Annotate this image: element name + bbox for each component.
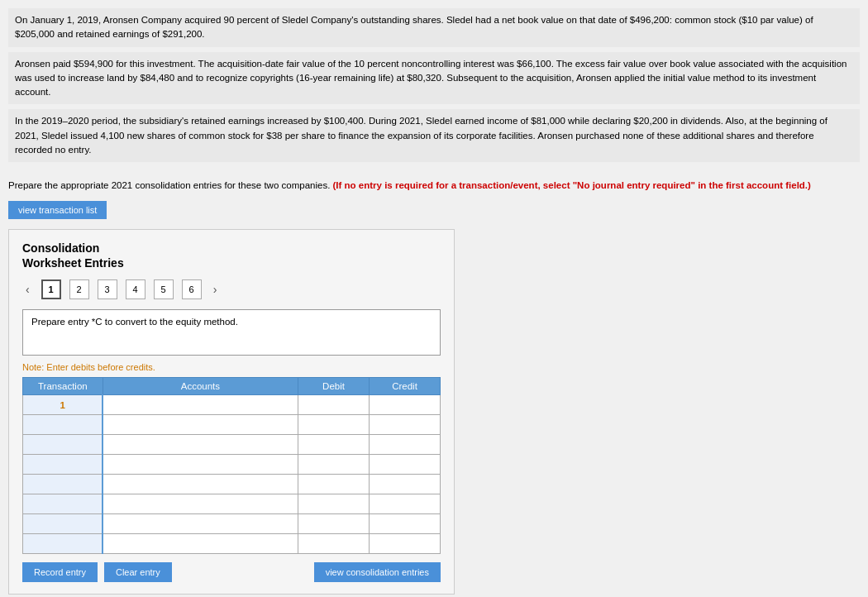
credit-cell-0[interactable] [370, 395, 441, 415]
worksheet-container: Consolidation Worksheet Entries ‹ 1 2 3 … [8, 229, 455, 595]
table-row: 1 [23, 395, 441, 415]
credit-input-6[interactable] [373, 518, 436, 530]
credit-cell-1[interactable] [370, 415, 441, 435]
credit-input-3[interactable] [373, 459, 436, 470]
account-input-3[interactable] [107, 459, 294, 470]
table-row [23, 455, 441, 475]
table-row [23, 475, 441, 494]
col-credit: Credit [370, 378, 441, 395]
paragraph-2-text: Aronsen paid $594,900 for this investmen… [15, 59, 847, 98]
debit-cell-6[interactable] [298, 514, 370, 534]
account-input-5[interactable] [107, 499, 294, 510]
instruction-text: Prepare entry *C to convert to the equit… [31, 317, 238, 327]
next-page-arrow[interactable]: › [210, 281, 221, 298]
debit-input-1[interactable] [302, 419, 365, 431]
credit-cell-5[interactable] [370, 494, 441, 514]
debit-cell-1[interactable] [298, 415, 370, 435]
account-cell-0[interactable] [103, 395, 298, 415]
account-cell-7[interactable] [103, 534, 298, 554]
account-cell-2[interactable] [103, 435, 298, 455]
debit-cell-5[interactable] [298, 494, 370, 514]
table-row [23, 415, 441, 435]
debit-input-4[interactable] [302, 479, 365, 490]
worksheet-title: Consolidation [22, 241, 441, 255]
account-cell-4[interactable] [103, 475, 298, 494]
debit-cell-0[interactable] [298, 395, 370, 415]
page-1-button[interactable]: 1 [41, 279, 61, 299]
table-row [23, 435, 441, 455]
debit-input-5[interactable] [302, 499, 365, 510]
debit-input-2[interactable] [302, 439, 365, 451]
view-consolidation-entries-button[interactable]: view consolidation entries [314, 562, 441, 582]
account-input-4[interactable] [107, 479, 294, 490]
transaction-cell-0: 1 [23, 395, 103, 415]
table-row [23, 514, 441, 534]
debit-input-3[interactable] [302, 459, 365, 470]
account-cell-5[interactable] [103, 494, 298, 514]
debit-input-0[interactable] [302, 399, 365, 411]
col-accounts: Accounts [103, 378, 298, 395]
paragraph-3: In the 2019–2020 period, the subsidiary'… [8, 109, 860, 162]
transaction-cell-1 [23, 415, 103, 435]
table-row [23, 494, 441, 514]
credit-cell-7[interactable] [370, 534, 441, 554]
debit-cell-3[interactable] [298, 455, 370, 475]
credit-input-5[interactable] [373, 499, 436, 510]
account-input-0[interactable] [107, 399, 294, 411]
account-cell-1[interactable] [103, 415, 298, 435]
debit-input-6[interactable] [302, 518, 365, 530]
clear-entry-button[interactable]: Clear entry [104, 562, 172, 582]
prepare-instruction: Prepare the appropriate 2021 consolidati… [8, 179, 860, 193]
prev-page-arrow[interactable]: ‹ [22, 281, 33, 298]
account-input-6[interactable] [107, 518, 294, 530]
credit-cell-3[interactable] [370, 455, 441, 475]
instruction-box: Prepare entry *C to convert to the equit… [22, 309, 441, 356]
transaction-cell-6 [23, 514, 103, 534]
page-5-button[interactable]: 5 [154, 279, 174, 299]
debit-cell-2[interactable] [298, 435, 370, 455]
bottom-buttons: Record entry Clear entry view consolidat… [22, 562, 441, 582]
debit-input-7[interactable] [302, 538, 365, 550]
prepare-text-part2: (If no entry is required for a transacti… [333, 180, 811, 190]
page-3-button[interactable]: 3 [98, 279, 117, 299]
page-6-button[interactable]: 6 [182, 279, 202, 299]
paragraph-2: Aronsen paid $594,900 for this investmen… [8, 52, 860, 105]
account-cell-3[interactable] [103, 455, 298, 475]
transaction-cell-4 [23, 475, 103, 494]
col-transaction: Transaction [23, 378, 103, 395]
credit-input-0[interactable] [373, 399, 436, 411]
credit-cell-2[interactable] [370, 435, 441, 455]
worksheet-subtitle: Worksheet Entries [22, 256, 441, 270]
paragraph-1: On January 1, 2019, Aronsen Company acqu… [8, 8, 860, 47]
page-4-button[interactable]: 4 [126, 279, 145, 299]
credit-input-2[interactable] [373, 439, 436, 451]
transaction-cell-3 [23, 455, 103, 475]
entry-table: Transaction Accounts Debit Credit 1 [22, 377, 441, 554]
credit-cell-6[interactable] [370, 514, 441, 534]
debit-cell-7[interactable] [298, 534, 370, 554]
transaction-cell-2 [23, 435, 103, 455]
view-transaction-list-button[interactable]: view transaction list [8, 201, 107, 219]
credit-input-4[interactable] [373, 479, 436, 490]
note-text: Note: Enter debits before credits. [22, 362, 441, 372]
col-debit: Debit [298, 378, 370, 395]
record-entry-button[interactable]: Record entry [22, 562, 98, 582]
paragraph-1-text: On January 1, 2019, Aronsen Company acqu… [15, 15, 813, 39]
account-cell-6[interactable] [103, 514, 298, 534]
paragraph-3-text: In the 2019–2020 period, the subsidiary'… [15, 116, 827, 155]
account-input-1[interactable] [107, 419, 294, 431]
transaction-cell-7 [23, 534, 103, 554]
credit-input-1[interactable] [373, 419, 436, 431]
pagination: ‹ 1 2 3 4 5 6 › [22, 279, 441, 299]
prepare-text-part1: Prepare the appropriate 2021 consolidati… [8, 180, 330, 190]
transaction-cell-5 [23, 494, 103, 514]
credit-cell-4[interactable] [370, 475, 441, 494]
table-row [23, 534, 441, 554]
account-input-7[interactable] [107, 538, 294, 550]
account-input-2[interactable] [107, 439, 294, 451]
credit-input-7[interactable] [373, 538, 436, 550]
page-2-button[interactable]: 2 [69, 279, 89, 299]
debit-cell-4[interactable] [298, 475, 370, 494]
